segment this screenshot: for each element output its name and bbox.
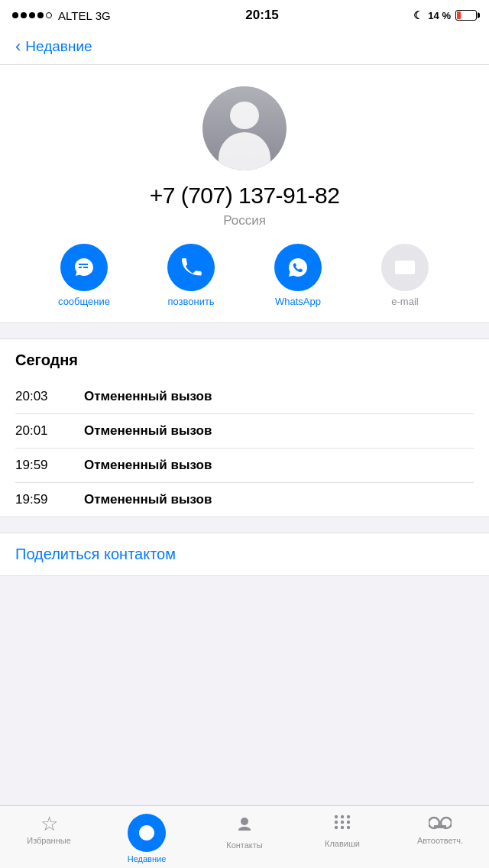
dot5 xyxy=(46,12,52,18)
carrier-label: ALTEL xyxy=(58,9,92,22)
email-action: e-mail xyxy=(351,244,458,307)
avatar-body xyxy=(219,132,270,170)
dot1 xyxy=(12,12,18,18)
section-title: Сегодня xyxy=(15,351,474,369)
call-label: позвонить xyxy=(167,296,214,307)
recents-icon xyxy=(128,814,166,852)
tab-recents[interactable]: Недавние xyxy=(98,814,196,863)
svg-rect-12 xyxy=(434,825,446,828)
network-label: 3G xyxy=(96,9,111,22)
whatsapp-action: WhatsApp xyxy=(244,244,351,307)
back-label: Недавние xyxy=(25,38,92,55)
tab-bar: ☆ Избранные Недавние Контакты xyxy=(0,805,489,868)
svg-point-4 xyxy=(335,821,338,824)
chevron-left-icon: ‹ xyxy=(15,38,21,55)
status-right: ☾ 14 % xyxy=(413,9,477,21)
clock: 20:15 xyxy=(245,8,278,23)
dot2 xyxy=(21,12,27,18)
call-type-3: Отмененный вызов xyxy=(84,458,212,473)
tab-keypad[interactable]: Клавиши xyxy=(293,814,391,848)
moon-icon: ☾ xyxy=(413,9,423,21)
call-time-3: 19:59 xyxy=(15,458,84,473)
voicemail-icon xyxy=(429,814,452,834)
call-row: 20:03 Отмененный вызов xyxy=(15,380,474,414)
message-button[interactable] xyxy=(60,244,108,291)
call-row: 20:01 Отмененный вызов xyxy=(15,414,474,449)
svg-point-0 xyxy=(241,818,248,825)
message-label: сообщение xyxy=(58,296,110,307)
clock-icon xyxy=(138,824,156,842)
tab-keypad-label: Клавиши xyxy=(325,839,360,848)
call-history-section: Сегодня 20:03 Отмененный вызов 20:01 Отм… xyxy=(0,338,489,517)
share-section: Поделиться контактом xyxy=(0,533,489,576)
email-icon xyxy=(393,256,416,279)
call-type-2: Отмененный вызов xyxy=(84,423,212,439)
message-action: сообщение xyxy=(31,244,138,307)
tab-voicemail-label: Автоответч. xyxy=(417,836,463,845)
phone-number: +7 (707) 137-91-82 xyxy=(150,183,340,209)
avatar-person xyxy=(214,102,275,170)
email-button xyxy=(381,244,429,291)
whatsapp-icon xyxy=(287,256,309,279)
bottom-spacer xyxy=(0,576,489,653)
contact-header: +7 (707) 137-91-82 Россия сообщение позв… xyxy=(0,65,489,323)
whatsapp-button[interactable] xyxy=(274,244,322,291)
svg-point-2 xyxy=(341,815,344,818)
share-contact-button[interactable]: Поделиться контактом xyxy=(15,546,176,562)
svg-point-5 xyxy=(341,821,344,824)
tab-contacts-label: Контакты xyxy=(226,840,263,850)
message-icon xyxy=(73,256,96,279)
battery-percent: 14 % xyxy=(428,10,451,21)
call-time-4: 19:59 xyxy=(15,492,84,507)
battery-icon xyxy=(455,10,477,21)
keypad-svg xyxy=(332,814,352,834)
tab-favorites-label: Избранные xyxy=(27,836,71,845)
email-label: e-mail xyxy=(391,296,418,307)
keypad-icon xyxy=(332,814,352,837)
call-type-4: Отмененный вызов xyxy=(84,492,212,507)
avatar-head xyxy=(230,102,259,129)
call-action: позвонить xyxy=(138,244,244,307)
svg-point-9 xyxy=(347,826,350,829)
status-bar: ALTEL 3G 20:15 ☾ 14 % xyxy=(0,0,489,31)
signal-dots xyxy=(12,12,52,18)
svg-point-3 xyxy=(347,815,350,818)
call-icon xyxy=(180,256,202,279)
call-time-2: 20:01 xyxy=(15,423,84,439)
tab-voicemail[interactable]: Автоответч. xyxy=(391,814,489,845)
call-type-1: Отмененный вызов xyxy=(84,389,212,404)
contacts-svg xyxy=(234,814,255,835)
status-left: ALTEL 3G xyxy=(12,9,111,22)
svg-point-6 xyxy=(347,821,350,824)
favorites-icon: ☆ xyxy=(40,814,58,834)
call-row: 19:59 Отмененный вызов xyxy=(15,449,474,483)
voicemail-svg xyxy=(429,815,452,831)
nav-bar: ‹ Недавние xyxy=(0,31,489,65)
svg-point-8 xyxy=(341,826,344,829)
whatsapp-label: WhatsApp xyxy=(275,296,321,307)
back-button[interactable]: ‹ Недавние xyxy=(15,38,92,55)
call-row: 19:59 Отмененный вызов xyxy=(15,483,474,517)
country-label: Россия xyxy=(223,213,266,228)
tab-recents-label: Недавние xyxy=(128,854,167,863)
dot3 xyxy=(29,12,35,18)
svg-point-7 xyxy=(335,826,338,829)
tab-contacts[interactable]: Контакты xyxy=(196,814,293,850)
dot4 xyxy=(37,12,44,18)
battery-level xyxy=(457,11,461,19)
svg-point-1 xyxy=(335,815,338,818)
call-time-1: 20:03 xyxy=(15,389,84,404)
tab-favorites[interactable]: ☆ Избранные xyxy=(0,814,98,845)
action-buttons: сообщение позвонить WhatsApp xyxy=(15,244,474,307)
contacts-icon xyxy=(234,814,255,838)
call-button[interactable] xyxy=(167,244,215,291)
avatar xyxy=(202,86,287,170)
